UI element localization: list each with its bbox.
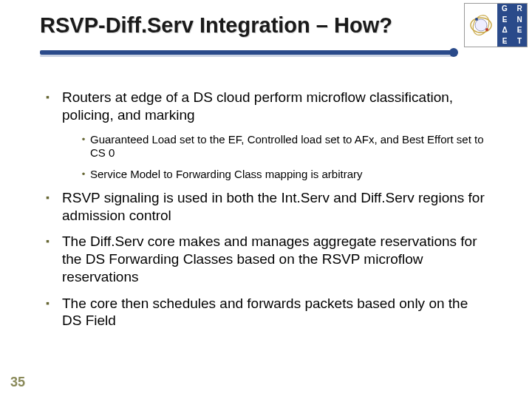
square-bullet-icon: ▪ [46, 295, 62, 311]
slide: RSVP-Diff.Serv Integration – How? G R E … [0, 0, 532, 399]
sub-bullets: • Guaranteed Load set to the EF, Control… [77, 133, 489, 182]
svg-point-4 [485, 28, 488, 31]
logo-letter: E [497, 15, 512, 26]
logo-letter: T [512, 36, 527, 47]
dot-bullet-icon: • [77, 168, 90, 181]
square-bullet-icon: ▪ [46, 233, 62, 249]
bullet-level2: • Guaranteed Load set to the EF, Control… [77, 133, 489, 161]
bullet-text: The core then schedules and forwards pac… [62, 295, 489, 330]
bullet-level1: ▪ Routers at edge of a DS cloud perform … [46, 89, 489, 124]
logo-letter: N [512, 15, 527, 26]
logo-letter: E [497, 36, 512, 47]
square-bullet-icon: ▪ [46, 89, 62, 105]
logo-letter: R [512, 4, 527, 15]
sub-bullet-text: Service Model to Forwarding Class mappin… [90, 168, 362, 182]
bullet-text: Routers at edge of a DS cloud perform mi… [62, 89, 489, 124]
square-bullet-icon: ▪ [46, 189, 62, 205]
bullet-level1: ▪ The Diff.Serv core makes and manages a… [46, 233, 489, 285]
logo-letter: Δ [497, 25, 512, 36]
dot-bullet-icon: • [77, 133, 90, 146]
logo-letter: E [512, 25, 527, 36]
svg-point-2 [475, 19, 487, 31]
slide-number: 35 [10, 375, 25, 390]
logo-letters: G R E N Δ E E T [497, 4, 527, 47]
bullet-level1: ▪ RSVP signaling is used in both the Int… [46, 189, 489, 225]
slide-title: RSVP-Diff.Serv Integration – How? [40, 13, 392, 38]
svg-point-3 [475, 18, 478, 21]
logo-globe-icon [465, 4, 497, 47]
bullet-text: The Diff.Serv core makes and manages agg… [62, 233, 489, 285]
sub-bullet-text: Guaranteed Load set to the EF, Controlle… [90, 133, 489, 161]
bullet-level2: • Service Model to Forwarding Class mapp… [77, 168, 489, 182]
logo: G R E N Δ E E T [464, 3, 528, 47]
title-rule [40, 50, 454, 55]
bullet-level1: ▪ The core then schedules and forwards p… [46, 295, 489, 330]
content-area: ▪ Routers at edge of a DS cloud perform … [46, 89, 489, 338]
logo-letter: G [497, 4, 512, 15]
bullet-text: RSVP signaling is used in both the Int.S… [62, 189, 489, 225]
